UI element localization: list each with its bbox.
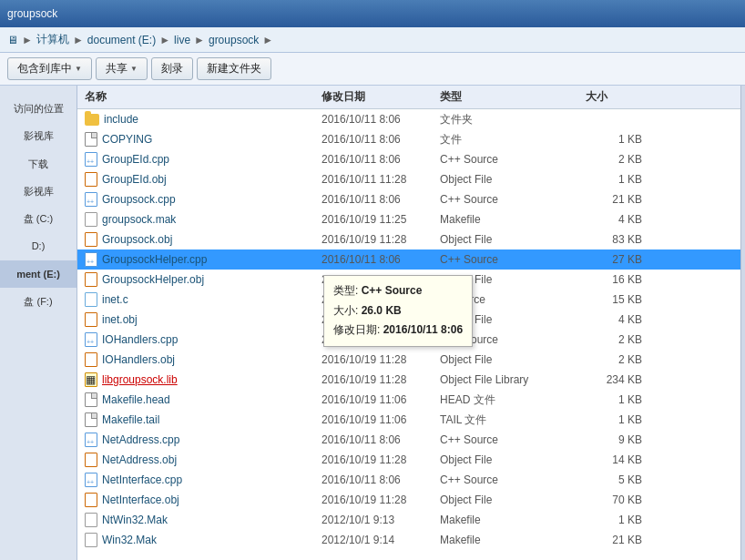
file-size: 15 KB xyxy=(586,293,649,306)
table-row[interactable]: Groupsock.obj 2016/10/19 11:28 Object Fi… xyxy=(77,229,740,249)
sidebar-item-drive-d[interactable]: D:) xyxy=(0,232,77,260)
table-row[interactable]: GroupEId.cpp 2016/10/11 8:06 C++ Source … xyxy=(77,149,740,169)
table-row[interactable]: NtWin32.Mak 2012/10/1 9:13 Makefile 1 KB xyxy=(77,510,740,530)
new-folder-button[interactable]: 新建文件夹 xyxy=(197,57,271,80)
table-row[interactable]: NetInterface.obj 2016/10/19 11:28 Object… xyxy=(77,490,740,510)
file-name[interactable]: Makefile.head xyxy=(102,393,170,406)
breadcrumb-bar: 🖥 ► 计算机 ► document (E:) ► live ► groupso… xyxy=(0,27,745,53)
breadcrumb-groupsock[interactable]: groupsock xyxy=(209,34,259,46)
table-row[interactable]: Groupsock.cpp 2016/10/11 8:06 C++ Source… xyxy=(77,189,740,209)
file-type: 文件 xyxy=(440,132,586,148)
cpp-icon xyxy=(85,433,97,447)
file-icon xyxy=(85,392,97,407)
burn-button[interactable]: 刻录 xyxy=(151,57,193,80)
col-type: 类型 xyxy=(440,89,586,105)
file-type: C++ Source xyxy=(440,473,586,486)
sidebar-item-drive-c[interactable]: 盘 (C:) xyxy=(0,205,77,232)
file-name-cell: GroupsockHelper.obj xyxy=(85,272,321,287)
file-name-cell: IOHandlers.cpp xyxy=(85,332,321,347)
file-name[interactable]: libgroupsock.lib xyxy=(102,373,178,386)
obj-icon xyxy=(85,493,97,507)
table-row[interactable]: groupsock.mak 2016/10/19 11:25 Makefile … xyxy=(77,209,740,229)
breadcrumb-drive[interactable]: document (E:) xyxy=(87,34,156,46)
file-name[interactable]: COPYING xyxy=(102,133,152,146)
file-name[interactable]: GroupsockHelper.cpp xyxy=(102,253,207,266)
file-date: 2016/10/11 8:06 xyxy=(321,433,440,446)
file-name[interactable]: NtWin32.Mak xyxy=(102,514,168,526)
obj-icon xyxy=(85,453,97,467)
file-size: 1 KB xyxy=(586,133,649,146)
table-row[interactable]: COPYING 2016/10/11 8:06 文件 1 KB xyxy=(77,129,740,149)
share-button[interactable]: 共享 ▼ xyxy=(96,57,148,80)
file-size: 2 KB xyxy=(586,333,649,346)
file-type: TAIL 文件 xyxy=(440,412,586,428)
breadcrumb-live[interactable]: live xyxy=(174,34,190,46)
file-name[interactable]: inet.c xyxy=(102,293,128,306)
sidebar-item-visited[interactable]: 访问的位置 xyxy=(0,95,77,122)
file-size: 1 KB xyxy=(586,413,649,426)
sidebar-item-drive-e[interactable]: ment (E:) xyxy=(0,260,77,288)
breadcrumb-computer[interactable]: 计算机 xyxy=(36,32,69,47)
table-row[interactable]: NetInterface.cpp 2016/10/11 8:06 C++ Sou… xyxy=(77,470,740,490)
sidebar-item-download[interactable]: 下载 xyxy=(0,150,77,178)
file-date: 2016/10/19 11:06 xyxy=(321,393,440,406)
file-name[interactable]: GroupsockHelper.obj xyxy=(102,273,204,286)
file-name[interactable]: NetAddress.cpp xyxy=(102,433,179,446)
file-name[interactable]: Groupsock.obj xyxy=(102,233,172,246)
file-name[interactable]: inet.obj xyxy=(102,313,138,326)
cpp-icon xyxy=(85,473,97,487)
table-row[interactable]: NetAddress.obj 2016/10/19 11:28 Object F… xyxy=(77,450,740,470)
table-row[interactable]: Win32.Mak 2012/10/1 9:14 Makefile 21 KB xyxy=(77,530,740,550)
tooltip-type-label: 类型: xyxy=(333,284,358,297)
sidebar: 访问的位置 影视库 下载 影视库 盘 (C:) D:) ment (E:) 盘 … xyxy=(0,86,77,560)
file-name[interactable]: IOHandlers.cpp xyxy=(102,333,178,346)
file-name-cell: GroupEId.obj xyxy=(85,172,321,187)
cpp-icon xyxy=(85,152,97,167)
table-row[interactable]: Makefile.tail 2016/10/19 11:06 TAIL 文件 1… xyxy=(77,410,740,430)
table-row[interactable]: ▦ libgroupsock.lib 2016/10/19 11:28 Obje… xyxy=(77,370,740,390)
table-row[interactable]: GroupsockHelper.cpp 2016/10/11 8:06 C++ … xyxy=(77,249,740,270)
sidebar-item-media2[interactable]: 影视库 xyxy=(0,178,77,205)
file-name-cell: NetAddress.cpp xyxy=(85,433,321,447)
file-name[interactable]: IOHandlers.obj xyxy=(102,353,175,366)
file-icon xyxy=(85,412,97,427)
file-name[interactable]: include xyxy=(104,113,138,126)
tooltip-date-label: 修改日期: xyxy=(333,323,380,336)
table-row[interactable]: NetAddress.cpp 2016/10/11 8:06 C++ Sourc… xyxy=(77,430,740,450)
file-size: 27 KB xyxy=(586,253,649,266)
right-panel xyxy=(740,86,745,560)
sidebar-item-media1[interactable]: 影视库 xyxy=(0,122,77,149)
toolbar: 包含到库中 ▼ 共享 ▼ 刻录 新建文件夹 xyxy=(0,53,745,86)
table-row[interactable]: GroupEId.obj 2016/10/11 11:28 Object Fil… xyxy=(77,169,740,189)
tooltip-type-value: C++ Source xyxy=(362,284,423,297)
file-name[interactable]: GroupEId.cpp xyxy=(102,153,169,166)
file-name-cell: include xyxy=(85,113,321,126)
mak-icon xyxy=(85,212,97,227)
sidebar-item-drive-f[interactable]: 盘 (F:) xyxy=(0,288,77,315)
obj-icon xyxy=(85,312,97,327)
file-name[interactable]: Groupsock.cpp xyxy=(102,193,176,206)
file-name[interactable]: NetInterface.cpp xyxy=(102,473,182,486)
table-row[interactable]: include 2016/10/11 8:06 文件夹 xyxy=(77,109,740,129)
file-name[interactable]: NetInterface.obj xyxy=(102,494,179,506)
col-size: 大小 xyxy=(586,89,649,105)
file-type: C++ Source xyxy=(440,253,586,266)
file-size: 14 KB xyxy=(586,453,649,466)
include-library-button[interactable]: 包含到库中 ▼ xyxy=(7,57,92,80)
file-name[interactable]: groupsock.mak xyxy=(102,213,176,226)
file-size: 2 KB xyxy=(586,353,649,366)
main-layout: 访问的位置 影视库 下载 影视库 盘 (C:) D:) ment (E:) 盘 … xyxy=(0,86,745,560)
file-name[interactable]: Win32.Mak xyxy=(102,534,157,546)
file-type: C++ Source xyxy=(440,433,586,446)
file-name[interactable]: NetAddress.obj xyxy=(102,453,177,466)
table-row[interactable]: Makefile.head 2016/10/19 11:06 HEAD 文件 1… xyxy=(77,390,740,410)
table-row[interactable]: IOHandlers.obj 2016/10/19 11:28 Object F… xyxy=(77,350,740,370)
file-name-cell: Win32.Mak xyxy=(85,533,321,547)
obj-icon xyxy=(85,172,97,187)
file-size: 9 KB xyxy=(586,433,649,446)
title-text: groupsock xyxy=(7,7,57,20)
file-type: Makefile xyxy=(440,534,586,546)
mak-icon xyxy=(85,513,97,527)
file-name[interactable]: GroupEId.obj xyxy=(102,173,167,186)
file-name[interactable]: Makefile.tail xyxy=(102,413,159,426)
